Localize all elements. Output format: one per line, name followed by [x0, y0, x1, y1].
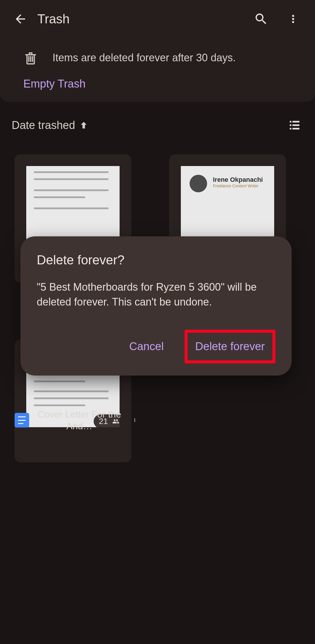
- dialog-body: "5 Best Motherboards for Ryzen 5 3600" w…: [37, 280, 275, 309]
- dialog-actions: Cancel Delete forever: [37, 330, 275, 363]
- delete-forever-button[interactable]: Delete forever: [185, 330, 275, 363]
- dialog-title: Delete forever?: [37, 253, 275, 267]
- delete-forever-dialog: Delete forever? "5 Best Motherboards for…: [20, 236, 292, 376]
- cancel-button[interactable]: Cancel: [122, 336, 171, 357]
